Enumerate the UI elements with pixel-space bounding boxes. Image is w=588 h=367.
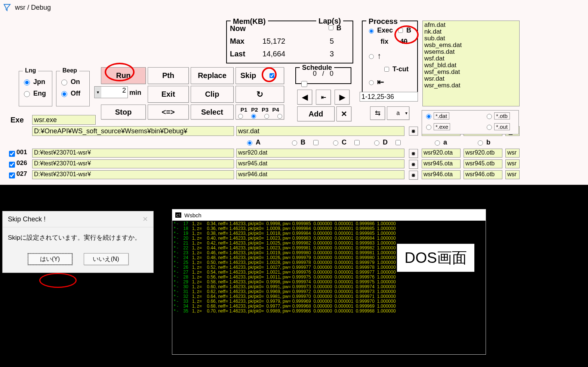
tcut-checkbox[interactable] xyxy=(384,67,389,72)
sched-prev-button[interactable]: ◀ xyxy=(297,90,312,105)
sched-tot: 0 xyxy=(330,70,333,77)
lng-eng-radio[interactable] xyxy=(24,91,30,97)
select-button[interactable]: Select xyxy=(191,105,234,119)
swap-a-button[interactable]: ⇆ xyxy=(370,106,385,120)
filter-dat-radio[interactable] xyxy=(426,114,431,119)
lng-jpn-radio[interactable] xyxy=(24,80,30,85)
col-b-radio[interactable] xyxy=(292,140,297,146)
row-clear-button[interactable]: ⋇ xyxy=(409,160,418,169)
min-select[interactable]: ▾ 2 xyxy=(94,86,128,98)
col-b2-radio[interactable] xyxy=(478,140,483,146)
row-clear-button[interactable]: ⋇ xyxy=(409,171,418,180)
exit-button[interactable]: Exit xyxy=(148,86,189,103)
filter-dat-label: *.dat xyxy=(434,112,449,119)
process-opt3-radio[interactable] xyxy=(369,80,374,85)
row-dat-cell[interactable]: wsr946.dat xyxy=(236,170,404,179)
skip-button[interactable]: Skip xyxy=(235,67,284,84)
row-extra-cell[interactable]: wsr xyxy=(505,170,520,179)
col-b-checkbox[interactable] xyxy=(313,140,318,145)
p3-radio[interactable] xyxy=(264,114,269,119)
file-listbox[interactable]: afm.datnk.datsub.datwsb_ems.datwsems.dat… xyxy=(422,21,520,106)
file-list-item[interactable]: wsems.dat xyxy=(424,49,518,55)
row-path-cell[interactable]: D:¥test¥230701-wsr¥ xyxy=(32,159,234,168)
p2-radio[interactable] xyxy=(251,114,256,119)
col-a2-radio[interactable] xyxy=(435,140,440,146)
exe-input[interactable] xyxy=(32,115,96,125)
run-button[interactable]: Run xyxy=(101,67,146,84)
col-d-checkbox[interactable] xyxy=(395,140,401,145)
dialog-yes-button[interactable]: はい(Y) xyxy=(28,253,73,265)
stop-button[interactable]: Stop xyxy=(101,105,146,119)
col-c-checkbox[interactable] xyxy=(354,140,360,145)
file-list-item[interactable]: nk.dat xyxy=(424,28,518,35)
row-checkbox[interactable] xyxy=(9,151,15,157)
file-list-item[interactable]: wsr.dat xyxy=(424,75,518,82)
col-a-label: A xyxy=(256,139,261,146)
file-list-item[interactable]: sub.dat xyxy=(424,35,518,42)
file-list-item[interactable]: wsr_ems.dat xyxy=(424,82,518,89)
lap-b-checkbox[interactable] xyxy=(329,25,333,30)
filter-out-radio[interactable] xyxy=(487,125,492,130)
mem-last-lap: 3 xyxy=(330,50,334,58)
row-otb-cell[interactable]: wsr920.otb xyxy=(464,149,502,158)
file-list-item[interactable]: wsf_ems.dat xyxy=(424,69,518,75)
col-d-radio[interactable] xyxy=(374,140,379,146)
swap-button[interactable]: <=> xyxy=(148,105,189,119)
sched-goto-button[interactable]: ⇤ xyxy=(316,90,331,105)
row-otb-cell[interactable]: wsr946.otb xyxy=(464,170,502,179)
skip-checkbox[interactable] xyxy=(270,73,274,78)
dropdown-arrow-icon[interactable]: ▾ xyxy=(95,87,101,98)
row-ota-cell[interactable]: wsr920.ota xyxy=(422,149,461,158)
col-a2-label: a xyxy=(443,139,447,146)
replace-button[interactable]: Replace xyxy=(191,67,234,84)
swap-a-select[interactable]: a ▾ xyxy=(387,106,409,120)
row-ota-cell[interactable]: wsr946.ota xyxy=(422,170,461,179)
console-title: Wsbch xyxy=(184,212,201,218)
col-c-radio[interactable] xyxy=(333,140,338,146)
filter-exe-radio[interactable] xyxy=(426,125,431,130)
skip-label: Skip xyxy=(240,71,256,80)
col-a-radio[interactable] xyxy=(247,140,252,146)
row-checkbox[interactable] xyxy=(9,172,15,178)
mem-max-lap: 5 xyxy=(330,37,334,46)
row-path-cell[interactable]: D:¥test¥230701-wsr¥ xyxy=(32,149,234,158)
row-extra-cell[interactable]: wsr xyxy=(505,149,520,158)
dir-path-input[interactable] xyxy=(32,126,234,136)
row-extra-cell[interactable]: wsr xyxy=(505,159,520,168)
sched-close-button[interactable]: ✕ xyxy=(336,106,351,121)
row-otb-cell[interactable]: wsr945.otb xyxy=(464,159,502,168)
dialog-close-icon[interactable]: ✕ xyxy=(142,215,148,223)
row-clear-button[interactable]: ⋇ xyxy=(409,149,418,158)
filter-otb-radio[interactable] xyxy=(487,114,492,119)
pth-button[interactable]: Pth xyxy=(148,67,189,84)
process-opt2-radio[interactable] xyxy=(369,54,374,59)
row-dat-cell[interactable]: wsr945.dat xyxy=(236,159,404,168)
beep-on-label: On xyxy=(71,78,80,86)
add-button[interactable]: Add xyxy=(297,106,335,121)
dat-file-input[interactable] xyxy=(236,126,404,136)
sched-next-button[interactable]: ▶ xyxy=(335,90,350,105)
row-path-cell[interactable]: D:¥test¥230701-wsr¥ xyxy=(32,170,234,179)
file-list-item[interactable]: afm.dat xyxy=(424,22,518,28)
beep-off-label: Off xyxy=(71,90,80,97)
process-b-checkbox[interactable] xyxy=(398,28,403,33)
beep-on-radio[interactable] xyxy=(61,80,67,85)
file-list-item[interactable]: wsb_ems.dat xyxy=(424,42,518,49)
refresh-button[interactable]: ↻ xyxy=(235,86,284,103)
p1-radio[interactable] xyxy=(238,114,243,119)
schedule-checkbox[interactable] xyxy=(301,81,307,87)
process-range-input[interactable] xyxy=(360,92,418,102)
process-b-label: B xyxy=(406,27,411,34)
beep-off-radio[interactable] xyxy=(61,91,67,97)
clip-button[interactable]: Clip xyxy=(191,86,234,103)
file-list-item[interactable]: wsf_bld.dat xyxy=(424,62,518,69)
process-exec-radio[interactable] xyxy=(369,29,374,34)
row-dat-cell[interactable]: wsr920.dat xyxy=(236,149,404,158)
filter-exe-label: *.exe xyxy=(434,123,450,130)
row-ota-cell[interactable]: wsr945.ota xyxy=(422,159,461,168)
file-list-item[interactable]: wsf.dat xyxy=(424,55,518,62)
row-checkbox[interactable] xyxy=(9,162,15,168)
dialog-no-button[interactable]: いいえ(N) xyxy=(84,253,129,265)
p4-radio[interactable] xyxy=(277,114,282,119)
dat-clear-button[interactable]: ⋇ xyxy=(409,127,418,136)
